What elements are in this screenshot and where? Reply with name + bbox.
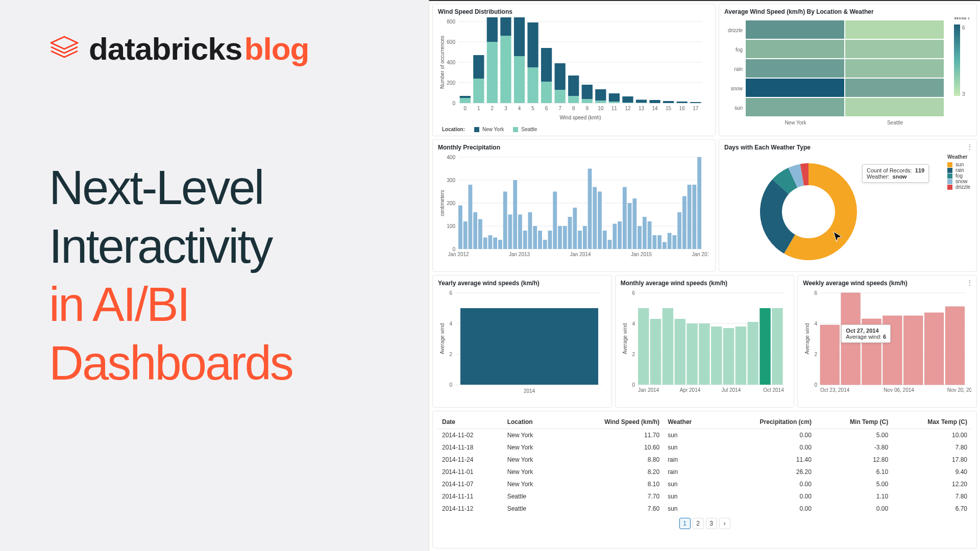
chart-heatmap[interactable]: drizzlefograinsnowsun New YorkSeattle Wi… xyxy=(724,17,969,135)
svg-text:Average wind: Average wind xyxy=(804,323,810,354)
panel-menu-icon[interactable]: ⋮ xyxy=(966,143,973,151)
legend-fog[interactable]: fog xyxy=(947,173,970,179)
svg-rect-13 xyxy=(473,55,484,79)
svg-rect-198 xyxy=(883,316,902,385)
svg-text:0: 0 xyxy=(632,382,635,388)
svg-text:300: 300 xyxy=(447,178,455,183)
legend-rain[interactable]: rain xyxy=(947,167,970,173)
svg-text:4: 4 xyxy=(518,106,521,111)
svg-text:Jan 2012: Jan 2012 xyxy=(448,252,469,257)
table-row[interactable]: 2014-11-02New York11.70sun0.005.0010.00 xyxy=(438,429,971,442)
svg-text:2: 2 xyxy=(632,352,635,357)
chart-weekly-wind[interactable]: 0 2 4 6 Oct 23, 2014Nov 06, 2014Nov 20, … xyxy=(803,289,971,401)
table-header[interactable]: Date xyxy=(438,415,503,429)
svg-text:4: 4 xyxy=(632,321,635,327)
page-next-icon[interactable]: › xyxy=(719,518,730,529)
table-row[interactable]: 2014-11-24New York8.80rain11.4012.8017.8… xyxy=(438,454,971,466)
svg-rect-177 xyxy=(723,328,733,385)
svg-text:17: 17 xyxy=(693,106,699,111)
table-header[interactable]: Location xyxy=(503,415,559,429)
table-row[interactable]: 2014-11-18New York10.60sun0.00-3.807.80 xyxy=(438,441,971,454)
legend-sun[interactable]: sun xyxy=(947,162,970,167)
panel-wind-distributions: Wind Speed Distributions 0 200 400 600 8… xyxy=(432,4,716,136)
svg-rect-201 xyxy=(945,307,965,385)
svg-text:Nov 20, 2014: Nov 20, 2014 xyxy=(947,387,971,393)
svg-rect-99 xyxy=(469,185,473,249)
svg-text:0: 0 xyxy=(463,106,467,111)
svg-text:sun: sun xyxy=(734,105,743,111)
svg-rect-196 xyxy=(841,293,861,385)
svg-rect-130 xyxy=(623,187,627,249)
svg-rect-174 xyxy=(687,323,697,385)
svg-text:13: 13 xyxy=(639,106,645,111)
svg-rect-119 xyxy=(568,217,572,249)
svg-text:Wind speed (kmh): Wind speed (kmh) xyxy=(559,115,601,120)
brand-section: blog xyxy=(244,31,309,66)
page-1[interactable]: 1 xyxy=(679,518,691,529)
panel-menu-icon[interactable]: ⋮ xyxy=(966,279,973,287)
svg-text:New York: New York xyxy=(785,120,806,126)
svg-rect-71 xyxy=(845,59,944,78)
panel-heatmap: Average Wind Speed (km/h) By Location & … xyxy=(719,4,977,136)
table-header[interactable]: Max Temp (C) xyxy=(892,415,971,429)
svg-text:drizzle: drizzle xyxy=(728,28,743,33)
svg-text:Oct 2014: Oct 2014 xyxy=(763,387,784,393)
table-row[interactable]: 2014-11-01New York8.20rain26.206.109.40 xyxy=(438,466,971,478)
panel-title: Yearly average wind speeds (km/h) xyxy=(438,280,606,287)
svg-text:5: 5 xyxy=(531,106,534,111)
panel-title: Monthly Precipitation xyxy=(438,144,710,151)
dashboard: Wind Speed Distributions 0 200 400 600 8… xyxy=(429,0,980,551)
svg-rect-175 xyxy=(699,323,709,385)
legend-snow[interactable]: snow xyxy=(947,179,970,184)
brand-name: databricks xyxy=(89,31,242,66)
svg-rect-131 xyxy=(628,203,632,249)
panel-donut: ⋮ Days with Each Weather Type Weather su… xyxy=(719,139,977,272)
svg-rect-139 xyxy=(668,233,672,249)
svg-text:Jan 2014: Jan 2014 xyxy=(638,387,659,393)
svg-rect-27 xyxy=(568,76,579,96)
svg-rect-72 xyxy=(746,79,844,97)
svg-text:Jan 2015: Jan 2015 xyxy=(631,252,652,257)
svg-rect-114 xyxy=(543,240,547,249)
table-header[interactable]: Weather xyxy=(664,415,717,429)
chart-donut[interactable] xyxy=(750,153,923,265)
svg-text:snow: snow xyxy=(731,86,743,91)
legend-drizzle[interactable]: drizzle xyxy=(947,184,970,190)
svg-rect-16 xyxy=(500,36,511,103)
svg-text:6: 6 xyxy=(545,106,548,111)
table-row[interactable]: 2014-11-12Seattle7.60sun0.000.006.70 xyxy=(438,503,971,515)
svg-rect-117 xyxy=(558,226,562,249)
chart-wind-distributions[interactable]: 0 200 400 600 800 0123456789101112131415… xyxy=(438,17,708,124)
bar-2014[interactable] xyxy=(460,308,598,385)
table-header[interactable]: Precipitation (cm) xyxy=(717,415,816,429)
svg-rect-171 xyxy=(650,319,660,385)
chart-yearly[interactable]: 0 2 4 6 2014 Average wind xyxy=(438,289,606,401)
chart-monthly-wind[interactable]: 0 2 4 6 Jan 2014Apr 2014Jul 2014Oct 2014… xyxy=(621,289,789,401)
chart-precipitation[interactable]: 0 100 200 300 400 Jan 2012Jan 2013Jan 20… xyxy=(438,153,708,268)
svg-rect-41 xyxy=(663,101,674,103)
page-3[interactable]: 3 xyxy=(706,518,717,529)
svg-rect-132 xyxy=(632,198,636,249)
table-header[interactable]: Min Temp (C) xyxy=(816,415,892,429)
table-row[interactable]: 2014-11-07New York8.10sun0.005.0012.20 xyxy=(438,478,971,490)
svg-text:Oct 23, 2014: Oct 23, 2014 xyxy=(820,387,850,393)
table-row[interactable]: 2014-11-11Seattle7.70sun0.001.107.80 xyxy=(438,490,971,503)
legend-seattle[interactable]: Seattle xyxy=(513,127,537,132)
table-header[interactable]: Wind Speed (km/h) xyxy=(559,415,664,429)
svg-text:0: 0 xyxy=(449,382,452,388)
data-table[interactable]: DateLocationWind Speed (km/h)WeatherPrec… xyxy=(438,415,971,515)
svg-rect-113 xyxy=(538,231,542,249)
svg-rect-31 xyxy=(595,89,606,101)
svg-rect-84 xyxy=(954,24,960,96)
legend-new-york[interactable]: New York xyxy=(474,127,504,132)
svg-rect-69 xyxy=(845,40,944,58)
svg-text:3: 3 xyxy=(962,91,965,97)
svg-rect-200 xyxy=(925,313,944,385)
svg-rect-143 xyxy=(688,185,692,249)
svg-rect-180 xyxy=(760,308,770,385)
panel-monthly-wind: Monthly average wind speeds (km/h) 0 2 4… xyxy=(615,275,795,408)
page-2[interactable]: 2 xyxy=(693,518,704,529)
svg-rect-21 xyxy=(527,22,538,67)
promo-panel: databricks blog Next-Level Interactivity… xyxy=(0,0,429,551)
svg-text:14: 14 xyxy=(652,106,658,111)
